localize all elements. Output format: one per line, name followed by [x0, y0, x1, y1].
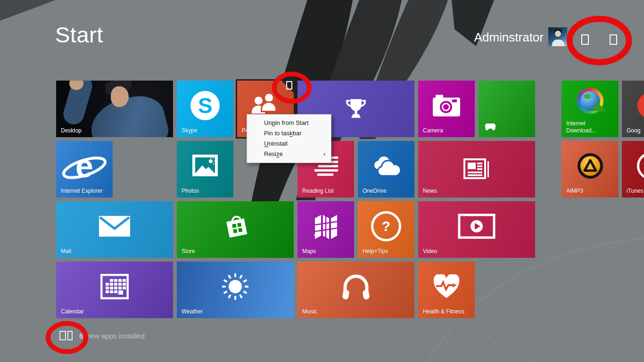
tile-xbox-games[interactable] — [479, 81, 535, 137]
tile-label: Calendar — [61, 308, 84, 315]
user-name[interactable]: Adminstrator — [474, 30, 544, 45]
selection-check-icon — [286, 81, 292, 90]
menu-item-pin-to-taskbar[interactable]: Pin to taskbar — [247, 128, 331, 139]
tile-label: Music — [302, 308, 317, 315]
apps-arrow-icon-2[interactable] — [67, 331, 73, 340]
photos-icon — [177, 141, 233, 194]
tile-aimp3[interactable]: AIMP3 — [561, 141, 619, 197]
tile-music[interactable]: Music — [297, 262, 414, 318]
camera-icon — [418, 81, 475, 134]
tile-photos[interactable]: Photos — [177, 141, 233, 197]
tile-label: Photos — [182, 188, 199, 194]
tile-video[interactable]: Video — [418, 201, 535, 258]
tile-context-menu: Unpin from Start Pin to taskbar Uninstal… — [247, 114, 331, 163]
tile-store[interactable]: Store — [177, 201, 294, 258]
tile-label: Reading List — [302, 188, 334, 194]
tile-label: Mail — [61, 248, 71, 255]
tile-label: Weather — [182, 308, 203, 315]
tile-weather[interactable]: Weather — [177, 262, 294, 318]
missing-glyph-icon — [610, 34, 617, 45]
menu-item-resize[interactable]: Resize › — [247, 149, 331, 159]
folded-map-icon — [297, 201, 354, 255]
menu-item-unpin-from-start[interactable]: Unpin from Start — [247, 118, 331, 128]
tile-label: Store — [182, 248, 195, 255]
tile-desktop[interactable]: Desktop — [56, 81, 173, 137]
store-bag-icon — [177, 201, 294, 255]
start-screen: Start Adminstrator Desktop S Skype Peopl — [0, 0, 644, 362]
header-button-1[interactable] — [578, 33, 592, 46]
tile-label: Help+Tips — [363, 248, 388, 255]
new-apps-status: 6 new apps installed — [59, 331, 145, 340]
tile-health-fitness[interactable]: Health & Fitness — [418, 262, 475, 318]
new-apps-message: new apps installed — [86, 332, 144, 340]
calendar-icon — [56, 262, 173, 315]
sun-icon — [177, 262, 294, 315]
internet-explorer-icon: e — [56, 141, 113, 194]
tile-label: Camera — [423, 127, 443, 134]
tile-label: iTunes — [627, 188, 644, 194]
tile-label: Video — [423, 248, 437, 255]
tile-calendar[interactable]: Calendar — [56, 262, 173, 318]
heart-pulse-icon — [418, 262, 475, 315]
video-player-icon — [418, 201, 535, 255]
tile-google-chrome[interactable]: Goog — [622, 81, 644, 137]
tile-label: Internet Download... — [566, 120, 615, 134]
tile-mail[interactable]: Mail — [56, 201, 173, 258]
tile-label: Goog — [627, 127, 640, 134]
tile-label: Maps — [302, 248, 316, 255]
tile-internet-explorer[interactable]: e Internet Explorer — [56, 141, 113, 197]
missing-glyph-icon — [581, 34, 589, 45]
itunes-icon — [622, 141, 644, 194]
tile-internet-download-manager[interactable]: Internet Download... — [561, 81, 619, 137]
submenu-arrow-icon: › — [323, 149, 325, 159]
aimp-icon — [561, 141, 619, 194]
tile-label: Desktop — [61, 127, 82, 134]
mail-envelope-icon — [56, 201, 173, 255]
menu-item-uninstall[interactable]: Uninstall — [247, 139, 331, 149]
new-apps-count: 6 — [79, 332, 83, 340]
tile-maps[interactable]: Maps — [297, 201, 354, 258]
tile-label: News — [423, 188, 437, 194]
question-mark-icon: ? — [358, 201, 414, 255]
tile-label: Internet Explorer — [61, 188, 103, 194]
user-avatar[interactable] — [548, 27, 567, 46]
tile-onedrive[interactable]: OneDrive — [358, 141, 414, 197]
tile-camera[interactable]: Camera — [418, 81, 475, 137]
onedrive-cloud-icon — [358, 141, 414, 194]
skype-icon: S — [177, 81, 233, 134]
header-button-2[interactable] — [607, 33, 620, 46]
game-controller-icon — [485, 123, 496, 132]
tile-label: Health & Fitness — [423, 308, 464, 315]
tile-label: AIMP3 — [566, 188, 583, 194]
tile-label: OneDrive — [363, 188, 387, 194]
tile-itunes[interactable]: iTunes — [622, 141, 644, 197]
tile-help-tips[interactable]: ? Help+Tips — [358, 201, 414, 258]
chrome-icon — [622, 81, 644, 134]
tile-news[interactable]: News — [418, 141, 535, 197]
headphones-icon — [297, 262, 414, 315]
page-title: Start — [55, 22, 103, 48]
tile-skype[interactable]: S Skype — [177, 81, 233, 137]
tile-label: Skype — [182, 127, 197, 134]
apps-arrow-icon[interactable] — [59, 331, 66, 340]
